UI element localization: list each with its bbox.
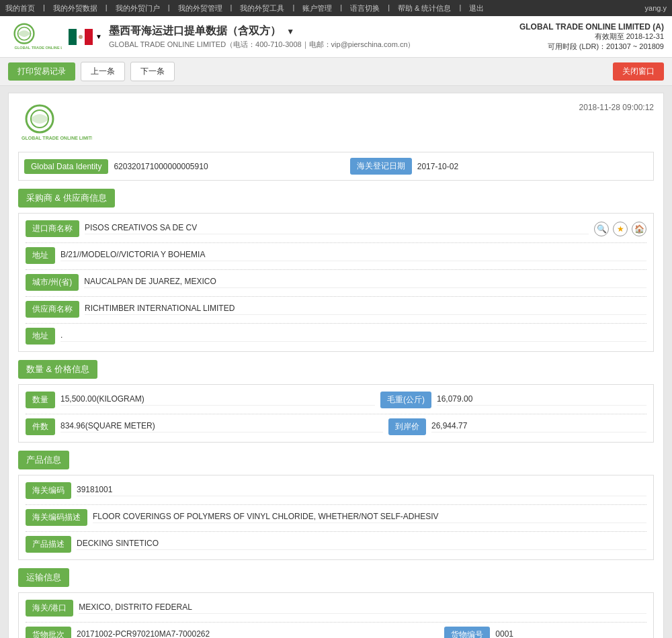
nav-home[interactable]: 我的首页 [5,3,35,13]
logo-image: GLOBAL TRADE ONLINE LIMITED [8,21,62,52]
doc-logo-image: GLOBAL TRADE ONLINE LIMITED [18,103,92,143]
nav-language[interactable]: 语言切换 [350,3,380,13]
page-header: GLOBAL TRADE ONLINE LIMITED ▼ 墨西哥海运进口提单数… [0,16,672,58]
city-state-value: NAUCALPAN DE JUAREZ, MEXICO [84,277,646,288]
cif-price-value: 26,944.77 [431,421,646,432]
hs-code-value: 39181001 [77,485,646,496]
country-flag: ▼ [69,29,102,45]
cargo-number-label: 货物编号 [444,627,490,638]
nav-management[interactable]: 我的外贸管理 [178,3,222,13]
cargo-batch-label: 货物批次 [26,627,71,638]
city-state-row: 城市/州(省) NAUCALPAN DE JUAREZ, MEXICO [26,274,646,291]
section-transport: 运输信息 海关/港口 MEXICO, DISTRITO FEDERAL 货物批次… [18,568,654,638]
section-buyer-supplier: 采购商 & 供应商信息 进口商名称 PISOS CREATIVOS SA DE … [18,189,654,352]
section-buyer-supplier-title: 采购商 & 供应商信息 [18,189,115,208]
svg-rect-3 [69,29,77,45]
logo: GLOBAL TRADE ONLINE LIMITED [8,21,62,52]
quantity-value: 15,500.00(KILOGRAM) [60,394,375,406]
nav-sep: | [459,3,461,13]
section-quantity-price-title: 数量 & 价格信息 [18,360,97,379]
hs-code-label: 海关编码 [26,482,71,499]
header-right: GLOBAL TRADE ONLINE LIMITED (A) 有效期至 201… [519,22,664,52]
importer-name-row: 进口商名称 PISOS CREATIVOS SA DE CV 🔍 ★ 🏠 [26,220,646,237]
nav-items: 我的首页 | 我的外贸数据 | 我的外贸门户 | 我的外贸管理 | 我的外贸工具… [5,3,484,13]
nav-sep: | [388,3,390,13]
customs-port-label: 海关/港口 [26,600,73,617]
user-name: yang.y [645,4,667,12]
product-desc-row: 产品描述 DECKING SINTETICO [26,536,646,553]
importer-address-label: 地址 [26,247,55,264]
svg-rect-5 [85,29,93,45]
top-toolbar: 打印贸易记录 上一条 下一条 关闭窗口 [0,58,672,86]
identity-row: Global Data Identity 6203201710000000059… [18,152,654,181]
star-icon[interactable]: ★ [613,222,628,236]
company-name: GLOBAL TRADE ONLINE LIMITED (A) [519,22,664,32]
search-icon[interactable]: 🔍 [594,222,609,236]
print-button-top[interactable]: 打印贸易记录 [8,62,75,81]
header-subtitle: GLOBAL TRADE ONLINE LIMITED（电话：400-710-3… [109,40,415,50]
hs-code-desc-row: 海关编码描述 FLOOR COVERINGS OF POLYMERS OF VI… [26,509,646,526]
header-left: GLOBAL TRADE ONLINE LIMITED ▼ 墨西哥海运进口提单数… [8,21,415,52]
close-button-top[interactable]: 关闭窗口 [613,62,664,81]
cargo-batch-value: 20171002-PCR970210MA7-7000262 [77,629,439,638]
next-button-top[interactable]: 下一条 [130,62,175,81]
section-transport-body: 海关/港口 MEXICO, DISTRITO FEDERAL 货物批次 2017… [18,592,654,638]
customs-date-label: 海关登记日期 [350,158,412,175]
supplier-name-label: 供应商名称 [26,301,79,318]
page-title: 墨西哥海运进口提单数据（含双方） ▼ [109,24,415,38]
pieces-price-row: 件数 834.96(SQUARE METER) 到岸价 26,944.77 [26,418,646,435]
cargo-batch-row: 货物批次 20171002-PCR970210MA7-7000262 货物编号 … [26,627,646,638]
title-dropdown-icon[interactable]: ▼ [286,27,294,36]
nav-help[interactable]: 帮助 & 统计信息 [398,3,451,13]
section-product: 产品信息 海关编码 39181001 海关编码描述 FLOOR COVERING… [18,451,654,560]
prev-button-top[interactable]: 上一条 [81,62,125,81]
nav-logout[interactable]: 退出 [469,3,484,13]
doc-logo: GLOBAL TRADE ONLINE LIMITED [18,103,92,145]
cif-price-label: 到岸价 [388,418,426,435]
customs-date-value: 2017-10-02 [417,162,648,171]
doc-datetime: 2018-11-28 09:00:12 [579,103,654,112]
product-desc-value: DECKING SINTETICO [77,539,646,550]
section-buyer-supplier-body: 进口商名称 PISOS CREATIVOS SA DE CV 🔍 ★ 🏠 地址 … [18,213,654,352]
svg-point-6 [79,35,83,39]
nav-sep: | [340,3,342,13]
svg-text:GLOBAL TRADE ONLINE LIMITED: GLOBAL TRADE ONLINE LIMITED [15,46,62,50]
nav-portal[interactable]: 我的外贸门户 [116,3,160,13]
supplier-name-row: 供应商名称 RICHTIMBER INTERNATIONAL LIMITED [26,301,646,318]
nav-sep: | [292,3,294,13]
quantity-label: 数量 [26,392,55,408]
nav-trade-data[interactable]: 我的外贸数据 [53,3,97,13]
valid-until: 有效期至 2018-12-31 [519,32,664,42]
importer-icons: 🔍 ★ 🏠 [594,222,646,236]
doc-header: GLOBAL TRADE ONLINE LIMITED 2018-11-28 0… [18,103,654,145]
gross-weight-label: 毛重(公斤) [380,392,431,408]
hs-code-desc-value: FLOOR COVERINGS OF POLYMERS OF VINYL CHL… [93,512,646,523]
section-product-title: 产品信息 [18,451,69,469]
document-panel: GLOBAL TRADE ONLINE LIMITED 2018-11-28 0… [8,93,664,638]
importer-address-row: 地址 B/21//MODELO//VICTORIA Y BOHEMIA [26,247,646,264]
nav-sep: | [43,3,45,13]
nav-account[interactable]: 账户管理 [302,3,332,13]
home-icon[interactable]: 🏠 [632,222,646,236]
product-desc-label: 产品描述 [26,536,71,553]
customs-port-value: MEXICO, DISTRITO FEDERAL [79,602,646,614]
header-title-block: 墨西哥海运进口提单数据（含双方） ▼ GLOBAL TRADE ONLINE L… [109,24,415,50]
hs-code-row: 海关编码 39181001 [26,482,646,499]
gross-weight-value: 16,079.00 [437,394,646,406]
nav-sep: | [106,3,108,13]
section-quantity-price-body: 数量 15,500.00(KILOGRAM) 毛重(公斤) 16,079.00 … [18,384,654,443]
importer-name-label: 进口商名称 [26,220,79,237]
nav-tools[interactable]: 我的外贸工具 [240,3,284,13]
global-data-identity-label: Global Data Identity [24,159,108,174]
supplier-address-value: . [60,330,646,342]
top-navigation: 我的首页 | 我的外贸数据 | 我的外贸门户 | 我的外贸管理 | 我的外贸工具… [0,0,672,16]
supplier-name-value: RICHTIMBER INTERNATIONAL LIMITED [85,304,646,315]
importer-address-value: B/21//MODELO//VICTORIA Y BOHEMIA [60,250,646,261]
hs-code-desc-label: 海关编码描述 [26,509,87,526]
pieces-label: 件数 [26,418,55,435]
quantity-gross-weight-row: 数量 15,500.00(KILOGRAM) 毛重(公斤) 16,079.00 [26,392,646,408]
customs-port-row: 海关/港口 MEXICO, DISTRITO FEDERAL [26,600,646,617]
pieces-value: 834.96(SQUARE METER) [60,421,383,432]
section-product-body: 海关编码 39181001 海关编码描述 FLOOR COVERINGS OF … [18,475,654,560]
nav-sep: | [168,3,170,13]
